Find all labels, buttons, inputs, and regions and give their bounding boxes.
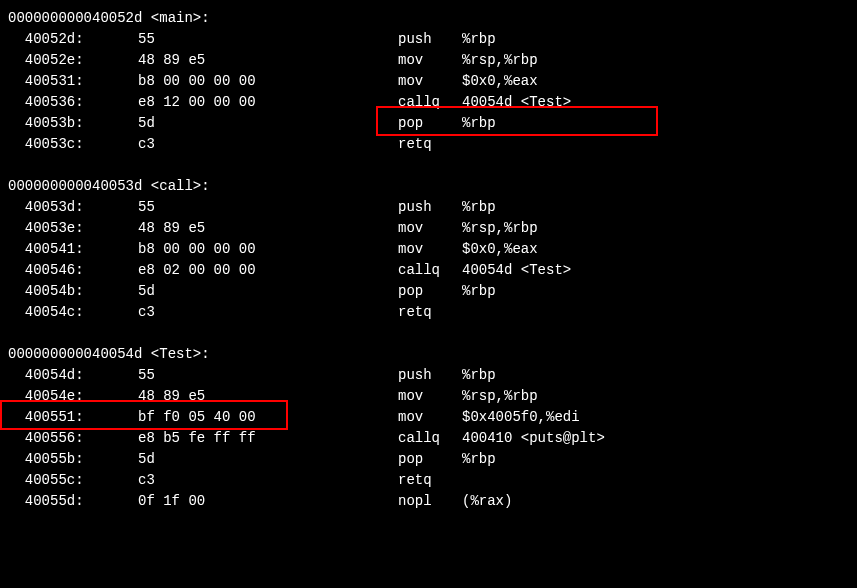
mnemonic: mov [398,407,462,428]
mnemonic: callq [398,260,462,281]
disassembly-output: 000000000040052d <main>: 40052d:55push%r… [8,8,849,512]
addr: 400556: [8,428,138,449]
asm-line: 400541:b8 00 00 00 00mov$0x0,%eax [8,239,849,260]
operands: 40054d <Test> [462,92,571,113]
asm-line: 400556:e8 b5 fe ff ffcallq400410 <puts@p… [8,428,849,449]
bytes: 5d [138,449,398,470]
symbol-header-test: 000000000040054d <Test>: [8,344,849,365]
blank-line [8,323,849,344]
mnemonic: retq [398,134,462,155]
asm-line: 40052e:48 89 e5mov%rsp,%rbp [8,50,849,71]
operands: (%rax) [462,491,512,512]
mnemonic: pop [398,113,462,134]
mnemonic: retq [398,302,462,323]
operands: %rbp [462,113,496,134]
operands: %rsp,%rbp [462,218,538,239]
mnemonic: mov [398,218,462,239]
addr: 40055d: [8,491,138,512]
bytes: b8 00 00 00 00 [138,71,398,92]
bytes: b8 00 00 00 00 [138,239,398,260]
operands: $0x0,%eax [462,71,538,92]
bytes: 5d [138,113,398,134]
addr: 40054c: [8,302,138,323]
addr: 40055b: [8,449,138,470]
mnemonic: mov [398,239,462,260]
bytes: 5d [138,281,398,302]
operands: %rbp [462,281,496,302]
bytes: e8 b5 fe ff ff [138,428,398,449]
asm-line: 40052d:55push%rbp [8,29,849,50]
addr: 400551: [8,407,138,428]
addr: 40052d: [8,29,138,50]
mnemonic: pop [398,449,462,470]
asm-line: 40054d:55push%rbp [8,365,849,386]
asm-line: 400551:bf f0 05 40 00mov$0x4005f0,%edi [8,407,849,428]
symbol-header-main: 000000000040052d <main>: [8,8,849,29]
asm-line: 40053b:5dpop%rbp [8,113,849,134]
addr: 40055c: [8,470,138,491]
bytes: 48 89 e5 [138,50,398,71]
operands: %rsp,%rbp [462,50,538,71]
asm-line: 40055b:5dpop%rbp [8,449,849,470]
symbol-header-call: 000000000040053d <call>: [8,176,849,197]
addr: 40052e: [8,50,138,71]
asm-line: 400546:e8 02 00 00 00callq40054d <Test> [8,260,849,281]
mnemonic: mov [398,50,462,71]
bytes: 48 89 e5 [138,386,398,407]
operands: %rsp,%rbp [462,386,538,407]
addr: 400546: [8,260,138,281]
bytes: e8 02 00 00 00 [138,260,398,281]
bytes: 55 [138,197,398,218]
mnemonic: mov [398,71,462,92]
asm-line: 40054c:c3retq [8,302,849,323]
mnemonic: nopl [398,491,462,512]
operands: %rbp [462,449,496,470]
bytes: 55 [138,365,398,386]
bytes: 55 [138,29,398,50]
operands: 40054d <Test> [462,260,571,281]
addr: 40053c: [8,134,138,155]
operands: $0x4005f0,%edi [462,407,580,428]
mnemonic: pop [398,281,462,302]
mnemonic: callq [398,428,462,449]
asm-line: 400536:e8 12 00 00 00callq40054d <Test> [8,92,849,113]
mnemonic: push [398,365,462,386]
mnemonic: mov [398,386,462,407]
blank-line [8,155,849,176]
operands: %rbp [462,197,496,218]
bytes: c3 [138,302,398,323]
asm-line: 40053c:c3retq [8,134,849,155]
operands: %rbp [462,365,496,386]
operands: %rbp [462,29,496,50]
bytes: c3 [138,470,398,491]
bytes: c3 [138,134,398,155]
addr: 400541: [8,239,138,260]
bytes: bf f0 05 40 00 [138,407,398,428]
bytes: 0f 1f 00 [138,491,398,512]
addr: 40053b: [8,113,138,134]
addr: 400531: [8,71,138,92]
asm-line: 40054e:48 89 e5mov%rsp,%rbp [8,386,849,407]
asm-line: 40053d:55push%rbp [8,197,849,218]
asm-line: 40053e:48 89 e5mov%rsp,%rbp [8,218,849,239]
asm-line: 400531:b8 00 00 00 00mov$0x0,%eax [8,71,849,92]
mnemonic: push [398,29,462,50]
addr: 400536: [8,92,138,113]
operands: 400410 <puts@plt> [462,428,605,449]
mnemonic: retq [398,470,462,491]
mnemonic: callq [398,92,462,113]
asm-line: 40054b:5dpop%rbp [8,281,849,302]
bytes: e8 12 00 00 00 [138,92,398,113]
addr: 40053d: [8,197,138,218]
addr: 40054b: [8,281,138,302]
addr: 40054d: [8,365,138,386]
operands: $0x0,%eax [462,239,538,260]
asm-line: 40055d:0f 1f 00nopl(%rax) [8,491,849,512]
asm-line: 40055c:c3retq [8,470,849,491]
mnemonic: push [398,197,462,218]
bytes: 48 89 e5 [138,218,398,239]
addr: 40053e: [8,218,138,239]
addr: 40054e: [8,386,138,407]
